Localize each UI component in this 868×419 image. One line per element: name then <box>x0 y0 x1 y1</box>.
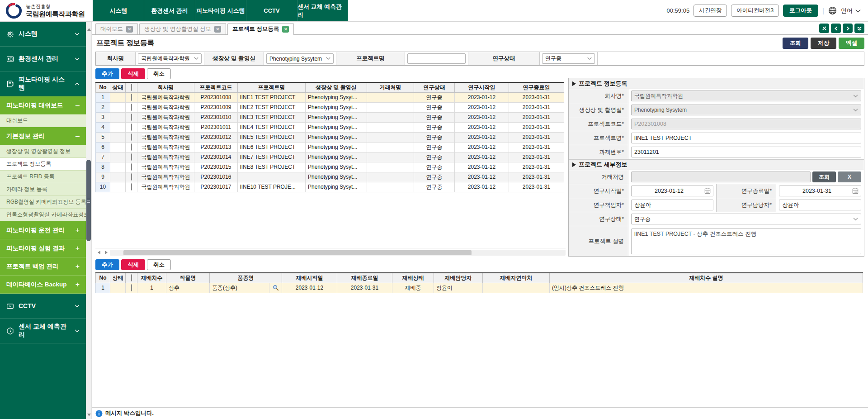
project-name-field-input[interactable] <box>631 133 861 143</box>
table-row[interactable]: 7 국립원예특작과학원P202301014 lINE7 TEST PROJECT… <box>96 152 564 162</box>
extend-time-button[interactable]: 시간연장 <box>693 5 727 17</box>
cancel-button[interactable]: 취소 <box>147 259 171 270</box>
table-row[interactable]: 2 국립원예특작과학원P202301009 lINE2 TEST PROJECT… <box>96 102 564 112</box>
scroll-down-arrow-icon[interactable] <box>86 412 92 418</box>
company-field-select[interactable]: 국립원예특작과학원 <box>631 90 861 101</box>
cancel-button[interactable]: 취소 <box>147 68 171 79</box>
add-button[interactable]: 추가 <box>95 68 119 79</box>
sidebar-item-sensor-forecast[interactable]: 센서 교체 예측관리 <box>0 319 86 343</box>
sidebar-item-growth-room-info[interactable]: 생장상 및 영상촬영실 정보 <box>0 145 86 158</box>
sidebar-section-dashboard[interactable]: 피노타이핑 대쉬보드 – <box>0 96 86 114</box>
research-leader-input[interactable] <box>631 200 713 210</box>
table-row[interactable]: 1 1 상추 품종(상추) 2023-01-122023-01-31 재배중 장… <box>96 283 863 293</box>
sidebar-item-cctv[interactable]: CCTV <box>0 294 86 319</box>
sidebar-item-project-registration[interactable]: 프로젝트 정보등록 <box>0 158 86 171</box>
nav-sensor-forecast[interactable]: 센서 교체 예측관리 <box>297 0 348 21</box>
nav-cctv[interactable]: CCTV <box>246 0 297 21</box>
prev-tab-button[interactable] <box>831 24 841 33</box>
content-vertical-scrollbar[interactable] <box>86 22 92 419</box>
sidebar-section-basic-info[interactable]: 기본정보 관리 – <box>0 127 86 145</box>
table-row[interactable]: 5 국립원예특작과학원P202301012 lINE5 TEST PROJECT… <box>96 132 564 142</box>
sidebar-section-database-backup[interactable]: 데이타베이스 Backup + <box>0 276 86 294</box>
nav-env-sensor[interactable]: 환경센서 관리 <box>144 0 195 21</box>
sidebar-item-env-sensor[interactable]: 환경센서 관리 <box>0 47 86 71</box>
scrollbar-thumb[interactable] <box>86 160 91 241</box>
table-row[interactable]: 10 국립원예특작과학원P202301017 lINE10 TEST PROJE… <box>96 182 564 192</box>
select-all-checkbox[interactable] <box>131 274 132 281</box>
language-menu[interactable]: 언어 <box>841 7 861 15</box>
tab-list-button[interactable] <box>854 24 864 33</box>
close-icon[interactable]: ✕ <box>126 26 133 33</box>
close-icon[interactable]: ✕ <box>214 26 221 33</box>
row-checkbox[interactable] <box>131 183 132 190</box>
project-grid-hscrollbar[interactable] <box>95 249 566 256</box>
user-account-button[interactable]: 아이티컨버전3 <box>731 5 779 17</box>
table-row[interactable]: 1 국립원예특작과학원P202301008 lINE1 TEST PROJECT… <box>96 92 564 102</box>
row-checkbox[interactable] <box>131 173 132 181</box>
save-button[interactable]: 저장 <box>811 38 836 49</box>
next-tab-button[interactable] <box>843 24 853 33</box>
add-button[interactable]: 추가 <box>95 259 119 270</box>
tab-dashboard[interactable]: 대쉬보드 ✕ <box>95 23 138 34</box>
project-description-textarea[interactable]: lINE1 TEST PROJECT - 상추 건조스트레스 진행 <box>631 229 861 254</box>
start-date-input[interactable]: 2023-01-12 <box>631 186 713 196</box>
sidebar-section-experiment-results[interactable]: 피노타이핑 실험 결과 + <box>0 239 86 257</box>
sidebar-item-project-rfid[interactable]: 프로젝트 RFID 등록 <box>0 171 86 183</box>
scrollbar-track[interactable] <box>110 250 566 256</box>
sensor-card-icon <box>6 55 14 63</box>
select-all-checkbox[interactable] <box>131 84 132 91</box>
task-number-input[interactable] <box>631 147 861 157</box>
sidebar-section-label: 피노타이핑 실험 결과 <box>6 244 75 252</box>
row-checkbox[interactable] <box>131 153 132 161</box>
scrollbar-thumb[interactable] <box>123 250 472 255</box>
scroll-right-arrow-icon[interactable] <box>103 249 110 256</box>
status-select[interactable]: 연구중 <box>542 53 595 64</box>
client-search-button[interactable]: 조회 <box>812 171 836 182</box>
table-row[interactable]: 6 국립원예특작과학원P202301013 lINE6 TEST PROJECT… <box>96 142 564 152</box>
table-row[interactable]: 8 국립원예특작과학원P202301015 lINE8 TEST PROJECT… <box>96 162 564 172</box>
row-checkbox[interactable] <box>131 124 132 131</box>
excel-button[interactable]: 엑셀 <box>839 38 864 49</box>
sidebar-item-system[interactable]: 시스템 <box>0 22 86 47</box>
end-date-input[interactable]: 2023-01-31 <box>779 186 861 196</box>
room-field-select[interactable]: Phenotyping Sysytem <box>631 105 861 115</box>
sidebar-section-label: 프로젝트 백업 관리 <box>6 262 75 271</box>
delete-button[interactable]: 삭제 <box>121 68 145 79</box>
delete-button[interactable]: 삭제 <box>121 259 145 270</box>
room-filter-field: Phenotyping Sysytem <box>264 52 336 65</box>
table-row[interactable]: 4 국립원예특작과학원P202301011 lINE4 TEST PROJECT… <box>96 122 564 132</box>
sidebar-item-rgb-camera-coords[interactable]: RGB촬영실 카메라좌표정보 등록 <box>0 196 86 209</box>
table-row[interactable]: 3 국립원예특작과학원P202301010 lINE3 TEST PROJECT… <box>96 112 564 122</box>
room-select[interactable]: Phenotyping Sysytem <box>266 53 334 64</box>
scroll-left-arrow-icon[interactable] <box>95 249 103 256</box>
close-icon[interactable]: ✕ <box>282 26 289 33</box>
close-all-tabs-button[interactable] <box>819 24 829 33</box>
row-checkbox[interactable] <box>131 94 132 101</box>
nav-system[interactable]: 시스템 <box>93 0 144 21</box>
row-checkbox[interactable] <box>131 114 132 121</box>
research-status-select[interactable]: 연구중 <box>631 214 861 224</box>
tab-growth-room-info[interactable]: 생장상 및 영상촬영실 정보 ✕ <box>139 23 226 34</box>
row-checkbox[interactable] <box>131 133 132 141</box>
sidebar-item-dashboard[interactable]: 대쉬보드 <box>0 114 86 127</box>
sidebar-section-project-backup[interactable]: 프로젝트 백업 관리 + <box>0 257 86 276</box>
table-row[interactable]: 9 국립원예특작과학원P202301016 Phenotyping Sysyt.… <box>96 172 564 182</box>
sidebar-item-chlorophyll-camera-coords[interactable]: 엽록소형광촬영실 카메라좌표정보 등록 <box>0 209 86 221</box>
logout-button[interactable]: 로그아웃 <box>783 5 818 17</box>
sidebar-item-camera-info[interactable]: 카메라 정보 등록 <box>0 183 86 196</box>
row-checkbox[interactable] <box>131 104 132 111</box>
row-checkbox[interactable] <box>131 143 132 151</box>
company-select[interactable]: 국립원예특작과학원 <box>138 53 202 64</box>
research-manager-input[interactable] <box>779 200 861 210</box>
nav-phenotyping[interactable]: 피노타이핑 시스템 <box>195 0 246 21</box>
variety-search-icon[interactable] <box>269 283 282 293</box>
client-clear-button[interactable]: X <box>838 171 861 182</box>
row-checkbox[interactable] <box>131 284 132 291</box>
sidebar-section-operation[interactable]: 피노타이핑 운전 관리 + <box>0 221 86 239</box>
scroll-up-arrow-icon[interactable] <box>86 26 92 33</box>
sidebar-item-phenotyping[interactable]: 피노타이핑 시스템 <box>0 71 86 96</box>
project-name-input[interactable] <box>407 53 466 64</box>
row-checkbox[interactable] <box>131 163 132 171</box>
tab-project-registration[interactable]: 프로젝트 정보등록 ✕ <box>227 23 294 35</box>
search-button[interactable]: 조회 <box>783 38 808 49</box>
